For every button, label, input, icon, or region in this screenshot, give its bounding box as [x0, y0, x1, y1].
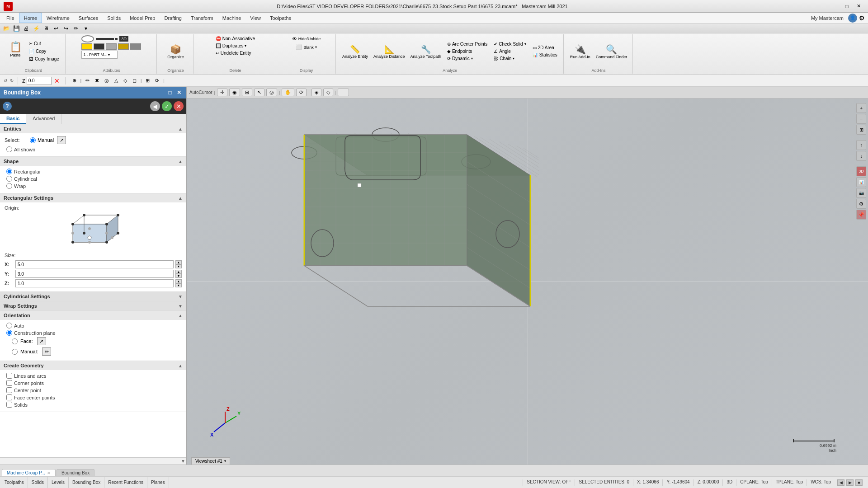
vp-shade-btn[interactable]: ◈	[311, 89, 321, 96]
y-up-spinner[interactable]: ▲	[175, 270, 182, 274]
view-btn2[interactable]: ⟳	[154, 77, 160, 84]
cancel-z-button[interactable]: ✕	[54, 77, 60, 84]
snap2-button[interactable]: ✖	[94, 77, 100, 84]
create-geometry-header[interactable]: Create Geometry ▲	[0, 361, 186, 370]
y-size-input[interactable]	[15, 270, 174, 278]
cut-button[interactable]: ✂ Cut	[27, 40, 61, 47]
menu-drafting[interactable]: Drafting	[160, 13, 186, 23]
corner-points-checkbox[interactable]	[6, 380, 12, 386]
wrap-radio[interactable]	[6, 183, 12, 189]
cplane-label[interactable]: Construction plane	[14, 330, 56, 336]
qat-lightning[interactable]: ⚡	[32, 24, 41, 33]
help-button[interactable]: ?	[3, 102, 12, 111]
btab-machine-group-close[interactable]: ✕	[47, 471, 51, 475]
qat-edit[interactable]: ✏	[71, 24, 80, 33]
qat-print[interactable]: 🖨	[22, 24, 31, 33]
window-controls[interactable]: – □ ✕	[829, 2, 864, 11]
analyze-toolpath-button[interactable]: 🔧 Analyze Toolpath	[409, 43, 443, 60]
snap-button[interactable]: ✏	[84, 77, 91, 84]
qat-undo[interactable]: ↩	[52, 24, 61, 33]
vp-settings-btn[interactable]: ⚙	[856, 199, 866, 209]
line-style-selector[interactable]	[96, 38, 114, 40]
center-point-checkbox[interactable]	[6, 387, 12, 393]
sb-levels[interactable]: Levels	[48, 477, 69, 488]
vp-camera-btn[interactable]: 📷	[856, 188, 866, 198]
endpoints-button[interactable]: ◆ Endpoints	[445, 48, 490, 55]
panel-scroll[interactable]: Entities ▲ Select: Manual ↗ All s	[0, 124, 186, 457]
menu-home[interactable]: Home	[19, 13, 42, 23]
panel-expand-icon[interactable]: □	[166, 89, 174, 96]
vp-rotate-btn[interactable]: ⟳	[296, 89, 307, 96]
face-label[interactable]: Face:	[20, 338, 33, 344]
vp-select-btn[interactable]: ↖	[254, 89, 264, 96]
run-addin-button[interactable]: 🔌 Run Add-In	[568, 43, 592, 60]
x-down-spinner[interactable]: ▼	[175, 264, 182, 268]
cancel-button[interactable]: ✕	[174, 101, 184, 111]
menu-machine[interactable]: Machine	[218, 13, 246, 23]
manual-select-icon[interactable]: ↗	[57, 136, 66, 144]
color-selector-4[interactable]	[118, 43, 129, 50]
rectangular-label[interactable]: Rectangular	[14, 169, 41, 174]
z-input[interactable]	[27, 77, 52, 85]
viewport-canvas[interactable]: Y X Z 0.6992 in Inch Viewsheet	[187, 99, 868, 465]
qat-open[interactable]: 📂	[2, 24, 11, 33]
statistics-button[interactable]: 📊 Statistics	[530, 52, 560, 58]
ok-button[interactable]: ✓	[162, 101, 172, 111]
user-icon[interactable]: 👤	[848, 14, 857, 23]
menu-wireframe[interactable]: Wireframe	[42, 13, 74, 23]
entities-section-header[interactable]: Entities ▲	[0, 124, 186, 133]
color-selector[interactable]	[81, 43, 92, 50]
menu-toolpaths[interactable]: Toolpaths	[265, 13, 296, 23]
cylindrical-radio[interactable]	[6, 176, 12, 182]
organize-button[interactable]: 📦 Organize	[165, 43, 186, 60]
cplane-radio[interactable]	[6, 330, 12, 336]
cylindrical-label[interactable]: Cylindrical	[14, 176, 37, 182]
manual-orient-label[interactable]: Manual:	[20, 349, 38, 354]
arc-center-points-button[interactable]: ⊕ Arc Center Points	[445, 41, 490, 47]
chain-button[interactable]: ⛓ Chain ▾	[491, 55, 528, 62]
analyze-entity-button[interactable]: 📏 Analyze Entity	[340, 43, 370, 60]
center-point-label[interactable]: Center point	[14, 388, 41, 393]
snap3-button[interactable]: ◎	[103, 77, 110, 84]
solids-label[interactable]: Solids	[14, 402, 28, 408]
corner-points-label[interactable]: Corner points	[14, 380, 44, 386]
y-down-spinner[interactable]: ▼	[175, 274, 182, 278]
sb-bounding-box[interactable]: Bounding Box	[69, 477, 104, 488]
vp-zoom-out-btn[interactable]: −	[856, 114, 866, 124]
color-selector-2[interactable]	[94, 43, 104, 50]
btab-bounding-box[interactable]: Bounding Box	[57, 469, 94, 476]
face-radio[interactable]	[12, 338, 18, 344]
color-selector-5[interactable]	[130, 43, 141, 50]
non-associative-button[interactable]: ⛔ Non-Associative	[213, 35, 257, 42]
vp-wire-btn[interactable]: ◇	[323, 89, 333, 96]
maximize-button[interactable]: □	[841, 2, 853, 11]
dimension-3d-button[interactable]: 3D	[119, 36, 128, 42]
z-up-spinner[interactable]: ▲	[175, 279, 182, 283]
back-button[interactable]: ◀	[150, 101, 160, 111]
line-width-selector[interactable]	[115, 38, 118, 40]
menu-view[interactable]: View	[245, 13, 265, 23]
lines-arcs-checkbox[interactable]	[6, 373, 12, 379]
x-up-spinner[interactable]: ▲	[175, 260, 182, 264]
x-size-input[interactable]	[15, 260, 174, 268]
angle-button[interactable]: ∠ Angle	[491, 48, 528, 55]
manual-radio[interactable]	[30, 137, 36, 143]
sb-solids[interactable]: Solids	[28, 477, 48, 488]
vp-cursor-btn[interactable]: ✛	[217, 89, 227, 96]
tab-basic[interactable]: Basic	[0, 114, 26, 124]
sb-toolpaths[interactable]: Toolpaths	[3, 477, 28, 488]
area-2d-button[interactable]: ▭ 2D Area	[530, 44, 560, 51]
vp-rotate-up-btn[interactable]: ↑	[856, 140, 866, 150]
manual-orient-icon[interactable]: ✏	[42, 347, 51, 356]
all-shown-label[interactable]: All shown	[14, 147, 35, 152]
tab-advanced[interactable]: Advanced	[26, 114, 61, 124]
vp-zoom-in-btn[interactable]: +	[856, 103, 866, 113]
sb-btn3[interactable]: ■	[855, 479, 863, 486]
sb-btn1[interactable]: ◀	[837, 479, 844, 486]
sb-planes[interactable]: Planes	[147, 477, 169, 488]
z-size-input[interactable]	[15, 279, 174, 287]
snap5-button[interactable]: ◇	[122, 77, 128, 84]
z-down-spinner[interactable]: ▼	[175, 283, 182, 287]
vp-rotate-down-btn[interactable]: ↓	[856, 151, 866, 161]
menu-my-mastercam[interactable]: My Mastercam	[807, 13, 848, 23]
